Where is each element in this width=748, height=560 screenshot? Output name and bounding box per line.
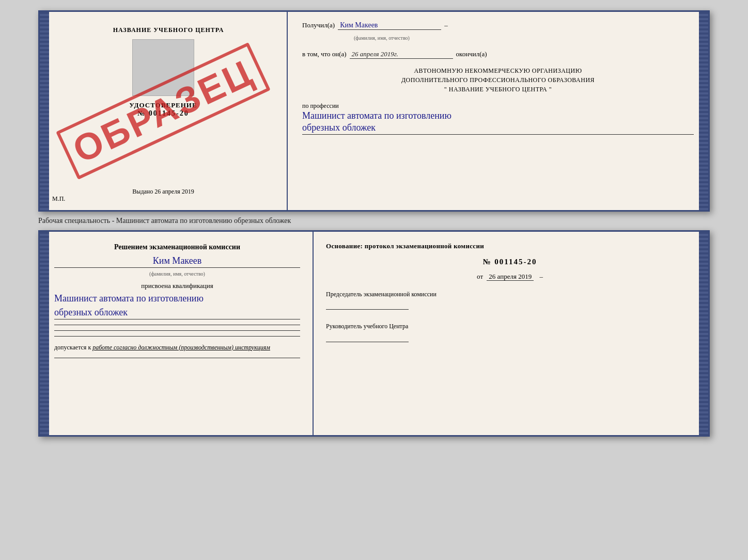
decision-label: Решением экзаменационной комиссии [54, 242, 300, 252]
org-line1: АВТОНОМНУЮ НЕКОММЕРЧЕСКУЮ ОРГАНИЗАЦИЮ [302, 66, 694, 75]
blank-line1 [54, 325, 300, 325]
allow-value: работе согласно должностным (производств… [92, 344, 270, 351]
allow-label: допускается к [54, 344, 91, 351]
profession-line1: Машинист автомата по изготовлению [302, 110, 694, 122]
blank-line4 [54, 358, 300, 358]
cert-mp: М.П. [52, 195, 65, 203]
org-line3: " НАЗВАНИЕ УЧЕБНОГО ЦЕНТРА " [302, 85, 694, 94]
received-row: Получил(а) Ким Макеев – [302, 21, 694, 30]
qual-line1: Машинист автомата по изготовлению [54, 293, 300, 304]
bottom-right-panel: Основание: протокол экзаменационной коми… [314, 232, 708, 435]
chair-block: Председатель экзаменационной комиссии [326, 290, 694, 310]
org-block: АВТОНОМНУЮ НЕКОММЕРЧЕСКУЮ ОРГАНИЗАЦИЮ ДО… [302, 66, 694, 94]
allow-row: допускается к работе согласно должностны… [54, 344, 300, 351]
protocol-date: от 26 апреля 2019 – [326, 273, 694, 281]
cert-vydano: Выдано 26 апреля 2019 [132, 188, 194, 196]
specialty-label: Рабочая специальность - Машинист автомат… [38, 216, 291, 226]
org-line2: ДОПОЛНИТЕЛЬНОГО ПРОФЕССИОНАЛЬНОГО ОБРАЗО… [302, 75, 694, 85]
protocol-number: № 001145-20 [326, 258, 694, 266]
cert-photo [132, 39, 194, 96]
chair-label: Председатель экзаменационной комиссии [326, 290, 694, 299]
spine-right-top [699, 12, 708, 210]
profession-line2: обрезных обложек [302, 122, 694, 134]
blank-line3 [54, 336, 300, 337]
blank-line2 [54, 330, 300, 331]
bottom-name-value: Ким Макеев [54, 255, 300, 268]
protocol-date-value: 26 апреля 2019 [487, 273, 534, 281]
head-block: Руководитель учебного Центра [326, 322, 694, 342]
chair-signature-line [326, 300, 409, 310]
profession-label: по профессии [302, 102, 694, 110]
cert-udost-label: УДОСТОВЕРЕНИЕ [129, 101, 197, 109]
finished-label: окончил(а) [456, 50, 487, 58]
qual-label: присвоена квалификация [54, 282, 300, 290]
basis-label: Основание: протокол экзаменационной коми… [326, 241, 694, 251]
cert-left-panel: НАЗВАНИЕ УЧЕБНОГО ЦЕНТРА УДОСТОВЕРЕНИЕ №… [40, 12, 288, 210]
received-label: Получил(а) [302, 21, 335, 29]
bottom-document: Решением экзаменационной комиссии Ким Ма… [38, 230, 710, 437]
qual-line2: обрезных обложек [54, 307, 300, 319]
date-value: 26 апреля 2019г. [350, 50, 453, 59]
fio-sublabel-top: (фамилия, имя, отчество) [354, 35, 694, 41]
cert-number: № 001145-20 [137, 109, 189, 118]
bottom-fio-sublabel: (фамилия, имя, отчество) [54, 271, 300, 277]
certificate-document: НАЗВАНИЕ УЧЕБНОГО ЦЕНТРА УДОСТОВЕРЕНИЕ №… [38, 10, 710, 212]
protocol-date-prefix: от [477, 273, 483, 280]
head-signature-line [326, 333, 409, 342]
cert-right-panel: Получил(а) Ким Макеев – (фамилия, имя, о… [288, 12, 708, 210]
inthat-label: в том, что он(а) [302, 50, 347, 58]
spine-right-bottom [699, 232, 708, 435]
inthat-row: в том, что он(а) 26 апреля 2019г. окончи… [302, 50, 694, 59]
protocol-dash: – [539, 273, 543, 280]
cert-school-title: НАЗВАНИЕ УЧЕБНОГО ЦЕНТРА [113, 26, 224, 34]
head-label: Руководитель учебного Центра [326, 322, 694, 331]
received-value: Ким Макеев [338, 21, 441, 30]
bottom-left-panel: Решением экзаменационной комиссии Ким Ма… [40, 232, 314, 435]
